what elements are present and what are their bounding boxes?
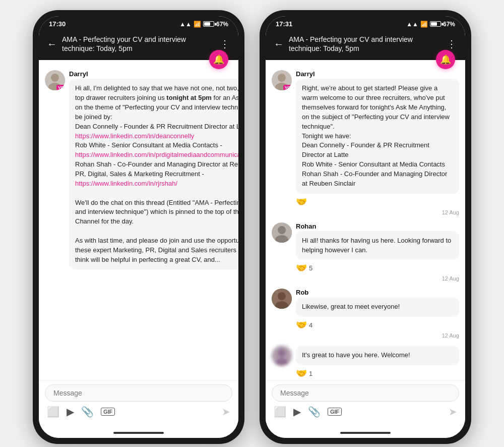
chat-header-2: ← AMA - Perfecting your CV and interview… bbox=[266, 30, 465, 60]
avatar-rohan bbox=[272, 222, 292, 243]
time-2: 17:31 bbox=[276, 20, 292, 28]
chat-area-1: VC Darryl Hi all, I'm delighted to say t… bbox=[39, 60, 238, 380]
image-button-1[interactable]: ⬜ bbox=[47, 406, 59, 418]
message-row-rob: Rob Likewise, great to meet everyone! 🤝 … bbox=[272, 289, 459, 339]
message-row-darryl-1: VC Darryl Hi all, I'm delighted to say t… bbox=[45, 70, 232, 269]
back-button-1[interactable]: ← bbox=[47, 38, 57, 50]
reaction-count-unknown: 1 bbox=[309, 370, 312, 377]
time-rob: 12 Aug bbox=[296, 332, 459, 339]
message-content-darryl-2: Darryl Right, we're about to get started… bbox=[296, 70, 459, 215]
battery-pct-2: 67% bbox=[443, 21, 455, 28]
link-rohan-1[interactable]: https://www.linkedin.com/in/rjrshah/ bbox=[75, 180, 177, 187]
reaction-emoji-rohan: 🤝 bbox=[296, 262, 307, 273]
message-bubble-unknown: It's great to have you here. Welcome! bbox=[296, 346, 459, 365]
header-title-1: AMA - Perfecting your CV and interview t… bbox=[62, 35, 215, 53]
battery-pct-1: 67% bbox=[216, 21, 228, 28]
home-indicator-2 bbox=[340, 432, 391, 434]
sender-darryl-2: Darryl bbox=[296, 70, 459, 78]
send-button-1[interactable]: ➤ bbox=[222, 406, 230, 418]
phone-1: 17:30 ▲▲ 📶 67% ← AMA - Perfecting your C… bbox=[33, 10, 244, 444]
link-dean-1[interactable]: https://www.linkedin.com/in/deanconnelly bbox=[75, 132, 194, 140]
status-bar-1: 17:30 ▲▲ 📶 67% bbox=[39, 16, 238, 30]
svg-point-10 bbox=[278, 292, 286, 300]
time-rohan: 12 Aug bbox=[296, 275, 459, 282]
image-button-2[interactable]: ⬜ bbox=[274, 406, 286, 418]
link-rob-1[interactable]: https://www.linkedin.com/in/prdigitalmed… bbox=[75, 151, 238, 158]
avatar-badge-1: VC bbox=[56, 85, 65, 91]
phone-2: 17:31 ▲▲ 📶 67% ← AMA - Perfecting your C… bbox=[260, 10, 471, 444]
message-bubble-rob: Likewise, great to meet everyone! bbox=[296, 297, 459, 317]
send-button-2[interactable]: ➤ bbox=[449, 406, 457, 418]
svg-point-7 bbox=[278, 226, 286, 234]
battery-icon-1 bbox=[203, 21, 214, 27]
avatar-unknown bbox=[272, 346, 292, 366]
message-bubble-rohan: Hi all! thanks for having us here. Looki… bbox=[296, 231, 459, 260]
video-button-1[interactable]: ▶ bbox=[67, 406, 74, 418]
reaction-emoji-unknown: 🤝 bbox=[296, 368, 307, 379]
toolbar-1: ⬜ ▶ 📎 GIF ➤ bbox=[45, 402, 232, 420]
gif-button-1[interactable]: GIF bbox=[101, 408, 115, 416]
status-bar-2: 17:31 ▲▲ 📶 67% bbox=[266, 16, 465, 30]
message-row-unknown: It's great to have you here. Welcome! 🤝 … bbox=[272, 346, 459, 380]
home-indicator-1 bbox=[113, 432, 164, 434]
reaction-rob: 🤝 4 bbox=[296, 319, 459, 330]
menu-button-2[interactable]: ⋮ bbox=[447, 38, 457, 50]
chat-input-area-2: ⬜ ▶ 📎 GIF ➤ bbox=[266, 380, 465, 424]
chat-area-2: VC Darryl Right, we're about to get star… bbox=[266, 60, 465, 380]
message-input-2[interactable] bbox=[272, 384, 459, 402]
avatar-badge-2: VC bbox=[283, 85, 292, 91]
gif-button-2[interactable]: GIF bbox=[328, 408, 342, 416]
sender-rob: Rob bbox=[296, 289, 459, 296]
svg-point-13 bbox=[278, 349, 286, 357]
signal-icon-2: ▲▲ bbox=[406, 21, 418, 28]
bell-icon-2: 🔔 bbox=[440, 54, 451, 65]
message-content-rob: Rob Likewise, great to meet everyone! 🤝 … bbox=[296, 289, 459, 339]
toolbar-2: ⬜ ▶ 📎 GIF ➤ bbox=[272, 402, 459, 420]
reaction-unknown: 🤝 1 bbox=[296, 368, 459, 379]
video-button-2[interactable]: ▶ bbox=[293, 406, 301, 418]
reaction-count-rohan: 5 bbox=[309, 264, 312, 272]
message-content-darryl-1: Darryl Hi all, I'm delighted to say that… bbox=[69, 70, 238, 269]
menu-button-1[interactable]: ⋮ bbox=[220, 38, 230, 50]
chat-header-1: ← AMA - Perfecting your CV and interview… bbox=[39, 30, 238, 60]
sender-rohan: Rohan bbox=[296, 222, 459, 230]
home-bar-1 bbox=[39, 424, 238, 438]
message-row-darryl-2: VC Darryl Right, we're about to get star… bbox=[272, 70, 459, 215]
reaction-darryl-2: 🤝 bbox=[296, 196, 459, 207]
reaction-count-rob: 4 bbox=[309, 321, 312, 329]
message-content-unknown: It's great to have you here. Welcome! 🤝 … bbox=[296, 346, 459, 380]
avatar-darryl-2: VC bbox=[272, 70, 292, 90]
sender-name-darryl-1: Darryl bbox=[69, 70, 238, 78]
home-bar-2 bbox=[266, 424, 465, 438]
message-bubble-darryl-1: Hi all, I'm delighted to say that we hav… bbox=[69, 79, 238, 269]
reaction-rohan: 🤝 5 bbox=[296, 262, 459, 273]
time-1: 17:30 bbox=[49, 20, 66, 28]
wifi-icon-1: 📶 bbox=[194, 21, 201, 28]
wifi-icon-2: 📶 bbox=[420, 21, 428, 28]
avatar-rob bbox=[272, 289, 292, 309]
message-row-rohan: Rohan Hi all! thanks for having us here.… bbox=[272, 222, 459, 282]
battery-icon-2 bbox=[430, 21, 441, 27]
message-content-rohan: Rohan Hi all! thanks for having us here.… bbox=[296, 222, 459, 282]
svg-point-1 bbox=[51, 74, 59, 82]
svg-point-4 bbox=[278, 74, 286, 82]
bell-icon-1: 🔔 bbox=[213, 54, 224, 65]
message-bubble-darryl-2: Right, we're about to get started! Pleas… bbox=[296, 79, 459, 193]
signal-icon-1: ▲▲ bbox=[179, 21, 192, 28]
attachment-button-2[interactable]: 📎 bbox=[308, 406, 321, 418]
header-title-2: AMA - Perfecting your CV and interview t… bbox=[289, 35, 442, 53]
back-button-2[interactable]: ← bbox=[274, 38, 284, 50]
chat-input-area-1: ⬜ ▶ 📎 GIF ➤ bbox=[39, 380, 238, 424]
reaction-emoji-rob: 🤝 bbox=[296, 319, 307, 330]
message-input-1[interactable] bbox=[45, 384, 232, 402]
reaction-emoji-darryl-2: 🤝 bbox=[296, 196, 307, 207]
time-darryl-2: 12 Aug bbox=[296, 209, 459, 215]
avatar-darryl-1: VC bbox=[45, 70, 65, 90]
attachment-button-1[interactable]: 📎 bbox=[81, 406, 94, 418]
